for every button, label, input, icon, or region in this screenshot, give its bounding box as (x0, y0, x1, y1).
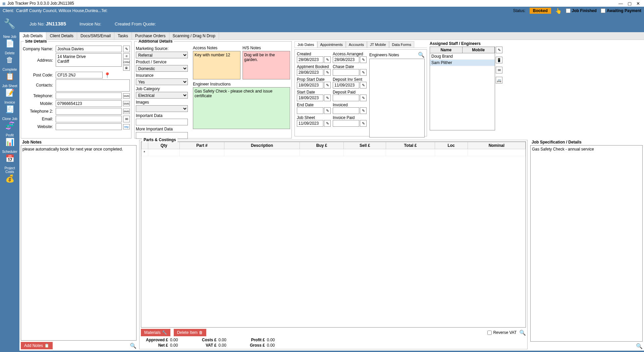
zoom-spec-icon[interactable]: 🔍 (636, 343, 643, 349)
product-select[interactable]: Domestic (136, 65, 188, 72)
important-input[interactable] (136, 119, 188, 125)
location-pin-icon[interactable]: 📍 (104, 72, 111, 78)
mobile-icon[interactable]: 📱 (496, 57, 502, 63)
contacts-input[interactable] (56, 79, 130, 92)
awaiting-payment-input[interactable] (601, 8, 605, 13)
hand-icon[interactable]: 👆 (555, 8, 562, 14)
invoice-button[interactable]: Invoice🧾 (0, 99, 19, 115)
dates-tab-appointments[interactable]: Appointments (317, 41, 346, 48)
tab-purchase-orders[interactable]: Purchase Orders (132, 32, 169, 40)
job-sheet-button[interactable]: Job Sheet📝 (0, 83, 19, 99)
delete-button[interactable]: Delete🗑 (0, 50, 19, 66)
hs-notes-input[interactable]: Dog will be in the garden. (243, 51, 290, 79)
email-input[interactable] (56, 116, 122, 122)
invoice-paid-input[interactable] (333, 120, 359, 127)
invoiced-input[interactable] (333, 107, 359, 114)
edit-date-icon[interactable]: ✎ (360, 95, 367, 101)
dates-tab-data-forms[interactable]: Data Forms (389, 41, 414, 48)
edit-date-icon[interactable]: ✎ (360, 69, 367, 76)
chase-input[interactable] (333, 69, 359, 76)
project-costs-button[interactable]: Project Costs💰 (0, 165, 19, 184)
edit-date-icon[interactable]: ✎ (324, 56, 331, 63)
website-input[interactable] (56, 123, 122, 130)
telephone-label: Telephone: (22, 94, 54, 98)
created-input[interactable] (297, 56, 323, 63)
email-staff-icon[interactable]: ✉ (496, 67, 502, 73)
scheduler-button[interactable]: Scheduler📅 (0, 149, 19, 164)
staff-row[interactable]: Doug Brand (430, 53, 495, 60)
edit-date-icon[interactable]: ✎ (360, 82, 367, 89)
maximize-button[interactable]: ▢ (628, 1, 632, 6)
job-finished-checkbox[interactable]: Job Finished (566, 8, 597, 13)
zoom-notes-icon[interactable]: 🔍 (130, 343, 137, 349)
job-notes-input[interactable]: please automatically book for next year … (21, 145, 137, 341)
mobile-input[interactable] (56, 100, 122, 107)
zoom-icon[interactable]: 🔍 (418, 52, 425, 58)
parts-empty-row[interactable]: * (142, 149, 526, 156)
clear-icon[interactable]: ⊘ (123, 53, 130, 59)
materials-button[interactable]: Materials 🔧 (141, 329, 170, 336)
reverse-vat-checkbox[interactable]: Reverse VAT (487, 330, 517, 335)
access-arranged-input[interactable] (333, 56, 359, 63)
edit-staff-icon[interactable]: ✎ (496, 47, 502, 53)
delete-item-button[interactable]: Delete Item 🗑 (174, 329, 206, 336)
edit-date-icon[interactable]: ✎ (324, 107, 331, 114)
engineer-inst-input[interactable]: Gas Safety Check - please check and issu… (193, 87, 290, 129)
engineers-notes-input[interactable] (369, 59, 425, 137)
postcode-input[interactable] (56, 72, 103, 78)
end-input[interactable] (297, 107, 323, 114)
address-input[interactable]: 14 Marine Drive Cardiff (56, 53, 122, 67)
edit-date-icon[interactable]: ✎ (324, 95, 331, 101)
start-input[interactable] (297, 95, 323, 101)
prop-start-input[interactable] (297, 82, 323, 89)
tab-job-details[interactable]: Job Details (19, 32, 46, 40)
edit-date-icon[interactable]: ✎ (360, 120, 367, 127)
deposit-paid-input[interactable] (333, 95, 359, 101)
edit-date-icon[interactable]: ✎ (324, 69, 331, 76)
add-notes-button[interactable]: Add Notes 📋 (21, 342, 53, 349)
profit-button[interactable]: Profit📊 (0, 132, 19, 148)
access-notes-input[interactable]: Key with number 12 (193, 51, 240, 79)
new-job-button[interactable]: New Job📄 (0, 34, 19, 49)
apptment-input[interactable] (297, 69, 323, 76)
company-input[interactable] (56, 46, 122, 52)
sms-icon-2[interactable]: SMS (123, 101, 130, 106)
edit-date-icon[interactable]: ✎ (324, 82, 331, 89)
zoom-parts-icon[interactable]: 🔍 (519, 330, 526, 336)
minimize-button[interactable]: — (619, 1, 623, 6)
awaiting-payment-checkbox[interactable]: Awaiting Payment (601, 8, 641, 13)
staff-row[interactable]: Sam Plither (430, 60, 495, 66)
crm-icon[interactable]: CRM (123, 59, 130, 65)
edit-company-icon[interactable]: ✎ (123, 46, 130, 52)
marketing-select[interactable]: Referral (136, 52, 188, 58)
job-finished-input[interactable] (566, 8, 571, 13)
tab-scanning[interactable]: Scanning / Drag N Drop (169, 32, 219, 40)
edit-date-icon[interactable]: ✎ (360, 107, 367, 114)
telephone-input[interactable] (56, 93, 122, 99)
van-icon[interactable]: 🚐 (496, 77, 502, 83)
close-button[interactable]: ✕ (636, 1, 640, 6)
images-select[interactable] (136, 105, 188, 112)
edit-date-icon[interactable]: ✎ (360, 56, 367, 63)
edit-date-icon[interactable]: ✎ (324, 120, 331, 127)
insurance-select[interactable]: Yes (136, 78, 188, 85)
tab-tasks[interactable]: Tasks (114, 32, 132, 40)
loc-header: Loc (435, 142, 468, 149)
telephone2-input[interactable] (56, 108, 122, 115)
job-sheet-date-input[interactable] (297, 120, 323, 127)
bank-icon[interactable]: 🏛 (123, 65, 130, 71)
sms-icon-3[interactable]: SMS (123, 109, 130, 114)
tab-client-details[interactable]: Client Details (46, 32, 77, 40)
complete-button[interactable]: Complete📋 (0, 66, 19, 82)
category-select[interactable]: Electrical (136, 92, 188, 99)
dates-tab-job-dates[interactable]: Job Dates (294, 41, 317, 48)
spec-input[interactable]: Gas Safety Check - annual service (530, 145, 643, 342)
sms-icon-1[interactable]: SMS (123, 93, 130, 99)
email-icon[interactable]: ✉ (123, 116, 130, 122)
tab-docs[interactable]: Docs/SMS/Email (77, 32, 114, 40)
dates-tab-accounts[interactable]: Accounts (346, 41, 367, 48)
dates-tab-jt-mobile[interactable]: JT Mobile (367, 41, 389, 48)
clone-job-button[interactable]: Clone Job🧬 (0, 116, 19, 131)
deposit-sent-input[interactable] (333, 82, 359, 89)
http-icon[interactable]: http (123, 124, 130, 129)
